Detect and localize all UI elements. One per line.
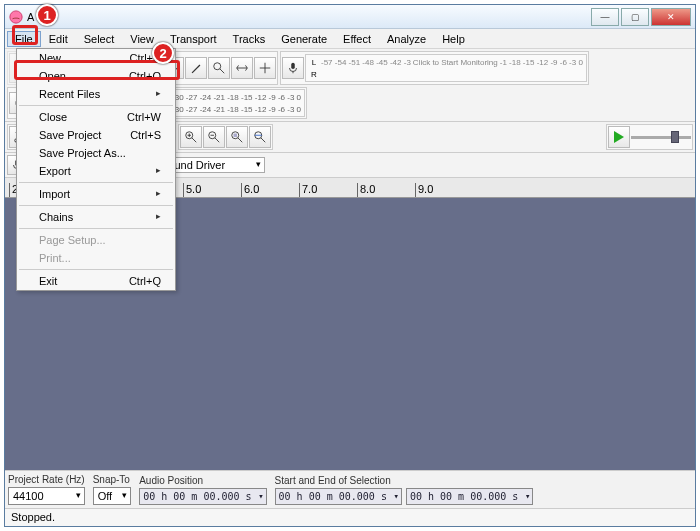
svg-point-0 (10, 10, 22, 22)
app-icon (9, 10, 23, 24)
menu-item-import[interactable]: Import (17, 185, 175, 203)
app-title: A (27, 11, 34, 23)
timeshift-tool-icon[interactable] (231, 57, 253, 79)
status-bar: Stopped. (5, 508, 695, 526)
menu-generate[interactable]: Generate (273, 31, 335, 47)
speed-slider[interactable] (631, 136, 691, 139)
selection-field: Start and End of Selection 00 h 00 m 00.… (275, 475, 534, 505)
callout-badge-1: 1 (36, 4, 58, 26)
menu-help[interactable]: Help (434, 31, 473, 47)
zoom-group (178, 124, 273, 150)
play-at-speed-group (606, 124, 693, 150)
menu-item-page-setup-: Page Setup... (17, 231, 175, 249)
project-rate-label: Project Rate (Hz) (8, 474, 85, 485)
menubar: FileEditSelectViewTransportTracksGenerat… (5, 29, 695, 49)
zoom-in-icon[interactable] (180, 126, 202, 148)
titlebar: A — ▢ ✕ (5, 5, 695, 29)
menu-item-open-[interactable]: Open...Ctrl+O (17, 67, 175, 85)
snap-field: Snap-To Off (93, 474, 131, 505)
fit-project-icon[interactable] (249, 126, 271, 148)
svg-rect-6 (291, 63, 295, 69)
audio-position-time[interactable]: 00 h 00 m 00.000 s (139, 488, 266, 505)
minimize-button[interactable]: — (591, 8, 619, 26)
menu-analyze[interactable]: Analyze (379, 31, 434, 47)
selection-start-time[interactable]: 00 h 00 m 00.000 s (275, 488, 402, 505)
menu-item-print-: Print... (17, 249, 175, 267)
multi-tool-icon[interactable] (254, 57, 276, 79)
menu-tracks[interactable]: Tracks (225, 31, 274, 47)
menu-item-chains[interactable]: Chains (17, 208, 175, 226)
fit-selection-icon[interactable] (226, 126, 248, 148)
menu-file[interactable]: File (7, 31, 41, 47)
maximize-button[interactable]: ▢ (621, 8, 649, 26)
draw-tool-icon[interactable] (185, 57, 207, 79)
menu-item-recent-files[interactable]: Recent Files (17, 85, 175, 103)
mic-icon[interactable] (282, 57, 304, 79)
snap-label: Snap-To (93, 474, 131, 485)
project-rate-field: Project Rate (Hz) 44100 (8, 474, 85, 505)
menu-transport[interactable]: Transport (162, 31, 225, 47)
project-rate-combo[interactable]: 44100 (8, 487, 85, 505)
selection-label: Start and End of Selection (275, 475, 534, 486)
menu-item-export[interactable]: Export (17, 162, 175, 180)
svg-rect-16 (234, 134, 238, 138)
svg-point-5 (214, 63, 221, 70)
menu-item-close[interactable]: CloseCtrl+W (17, 108, 175, 126)
menu-item-save-project-as-[interactable]: Save Project As... (17, 144, 175, 162)
selection-end-time[interactable]: 00 h 00 m 00.000 s (406, 488, 533, 505)
menu-item-save-project[interactable]: Save ProjectCtrl+S (17, 126, 175, 144)
selection-toolbar: Project Rate (Hz) 44100 Snap-To Off Audi… (5, 470, 695, 508)
file-menu-dropdown: NewCtrl+NOpen...Ctrl+ORecent FilesCloseC… (16, 48, 176, 291)
recording-meter[interactable]: L-57 -54 -51 -48 -45 -42 -3Click to Star… (305, 54, 587, 82)
rec-meter-group: L-57 -54 -51 -48 -45 -42 -3Click to Star… (280, 51, 589, 85)
menu-item-exit[interactable]: ExitCtrl+Q (17, 272, 175, 290)
audiopos-label: Audio Position (139, 475, 266, 486)
play-at-speed-button[interactable] (608, 126, 630, 148)
callout-badge-2: 2 (152, 42, 174, 64)
audiopos-field: Audio Position 00 h 00 m 00.000 s (139, 475, 266, 505)
snap-combo[interactable]: Off (93, 487, 131, 505)
menu-edit[interactable]: Edit (41, 31, 76, 47)
zoom-tool-icon[interactable] (208, 57, 230, 79)
menu-effect[interactable]: Effect (335, 31, 379, 47)
menu-select[interactable]: Select (76, 31, 123, 47)
zoom-out-icon[interactable] (203, 126, 225, 148)
close-button[interactable]: ✕ (651, 8, 691, 26)
status-text: Stopped. (11, 511, 55, 523)
